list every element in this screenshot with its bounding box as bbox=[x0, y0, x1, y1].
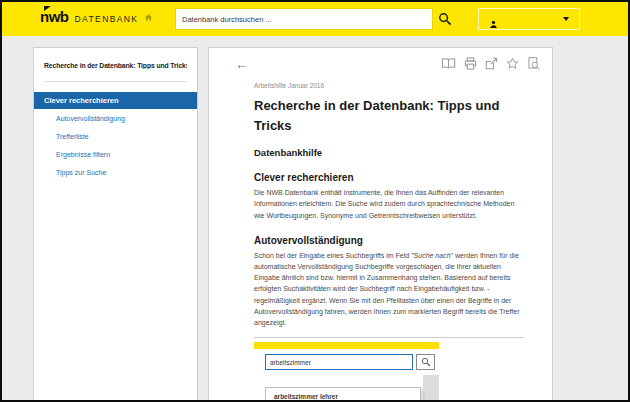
embedded-example-figure: arbeitszimmer lehrer arbeitszimmer kelle… bbox=[254, 337, 524, 402]
demo-search-input[interactable] bbox=[265, 354, 413, 370]
section-body: Schon bei der Eingabe eines Suchbegriffs… bbox=[254, 250, 524, 328]
user-icon bbox=[489, 15, 498, 24]
demo-search-button[interactable] bbox=[416, 354, 435, 370]
sidebar-item-autovervollstaendigung[interactable]: Autovervollständigung bbox=[34, 109, 197, 127]
article-meta: Arbeitshilfe Januar 2016 bbox=[254, 82, 524, 89]
search-icon[interactable] bbox=[438, 12, 452, 26]
document-search-icon[interactable] bbox=[527, 57, 540, 70]
home-icon[interactable] bbox=[144, 8, 153, 17]
app-header: nwb DATENBANK bbox=[2, 2, 628, 36]
autocomplete-dropdown: arbeitszimmer lehrer arbeitszimmer kelle… bbox=[265, 387, 421, 402]
sidebar-nav: Clever recherchieren Autovervollständigu… bbox=[34, 92, 197, 181]
star-icon[interactable] bbox=[506, 57, 519, 70]
back-arrow-icon[interactable]: ← bbox=[235, 58, 249, 70]
section-heading-autovervollstaendigung: Autovervollständigung bbox=[254, 235, 524, 246]
content-area: Recherche in der Datenbank: Tipps und Tr… bbox=[2, 36, 628, 402]
sidebar-item-label: Autovervollständigung bbox=[56, 115, 125, 122]
sidebar-item-trefferliste[interactable]: Trefferliste bbox=[34, 127, 197, 145]
autocomplete-demo: arbeitszimmer lehrer arbeitszimmer kelle… bbox=[254, 342, 439, 402]
nwb-logo[interactable]: nwb DATENBANK bbox=[40, 8, 153, 25]
toolbar-icons bbox=[441, 57, 540, 70]
print-icon[interactable] bbox=[464, 57, 477, 70]
page-title: Recherche in der Datenbank: Tipps und Tr… bbox=[254, 96, 524, 136]
sidebar-item-tipps-zur-suche[interactable]: Tipps zur Suche bbox=[34, 163, 197, 181]
logo-product-text: DATENBANK bbox=[75, 14, 139, 24]
sidebar-title: Recherche in der Datenbank: Tipps und Tr… bbox=[44, 62, 187, 69]
body-emphasis: "Suche nach" bbox=[411, 252, 453, 259]
share-icon[interactable] bbox=[485, 57, 498, 70]
section-body: Die NWB Datenbank enthält Instrumente, d… bbox=[254, 187, 524, 221]
sidebar-item-label: Tipps zur Suche bbox=[56, 169, 106, 176]
article-subtitle: Datenbankhilfe bbox=[254, 147, 524, 158]
body-text: werden Ihnen für die automatische Vervol… bbox=[254, 252, 520, 326]
document-panel: ← bbox=[208, 47, 553, 402]
article: Arbeitshilfe Januar 2016 Recherche in de… bbox=[209, 70, 552, 402]
account-menu[interactable] bbox=[478, 8, 580, 30]
nwb-flag-icon bbox=[44, 6, 51, 11]
epaper-book-icon[interactable] bbox=[441, 58, 456, 69]
sidebar-divider bbox=[44, 81, 187, 82]
search-input[interactable] bbox=[175, 8, 433, 30]
suggestion-item[interactable]: arbeitszimmer lehrer bbox=[266, 388, 420, 402]
sidebar: Recherche in der Datenbank: Tipps und Tr… bbox=[33, 47, 198, 402]
sidebar-item-label: Clever recherchieren bbox=[44, 96, 119, 105]
demo-header-bar bbox=[254, 342, 439, 349]
chevron-down-icon bbox=[563, 17, 569, 21]
sidebar-item-clever-recherchieren[interactable]: Clever recherchieren bbox=[34, 92, 197, 109]
sidebar-item-label: Trefferliste bbox=[56, 133, 89, 140]
body-text: Schon bei der Eingabe eines Suchbegriffs… bbox=[254, 252, 411, 259]
sidebar-item-ergebnisse-filtern[interactable]: Ergebnisse filtern bbox=[34, 145, 197, 163]
demo-search-row bbox=[265, 354, 439, 370]
section-heading-clever-recherchieren: Clever recherchieren bbox=[254, 172, 524, 183]
app-window: nwb DATENBANK Recherche in der D bbox=[0, 0, 630, 402]
demo-background-block bbox=[423, 375, 439, 402]
sidebar-item-label: Ergebnisse filtern bbox=[56, 151, 110, 158]
document-toolbar: ← bbox=[209, 48, 552, 70]
